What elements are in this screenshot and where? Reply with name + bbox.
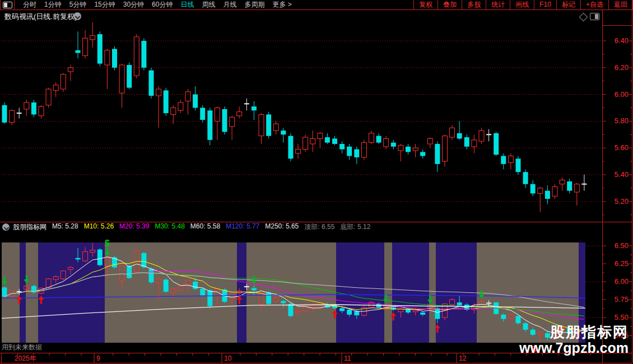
menu-item-4[interactable]: 30分钟 [119, 0, 148, 10]
watermark-url: www.7gpzb.com [519, 340, 629, 356]
menu-item-10[interactable]: 更多 > [268, 0, 295, 10]
menu-item-3[interactable]: 15分钟 [90, 0, 119, 10]
chart-title: 数码视讯(日线.前复权) [4, 12, 77, 22]
indicator-value-1: M10: 5.26 [84, 222, 114, 232]
future-data-warning: 用到未来数据 [2, 343, 42, 352]
tool-menu: 复权叠加多股统计画线F10标记+自选返回 [413, 0, 633, 10]
indicator-value-3: M30: 5.48 [155, 222, 184, 232]
split-screen-icon [3, 2, 12, 8]
svg-text:2025年: 2025年 [15, 354, 36, 362]
svg-text:6.50: 6.50 [615, 241, 629, 250]
tool-menu-item-6[interactable]: 标记 [556, 0, 580, 10]
indicator-source-label: 股朋指标网 [13, 222, 46, 232]
svg-text:5.75: 5.75 [615, 295, 629, 304]
svg-text:10: 10 [224, 354, 232, 362]
indicator-value-7: 顶部: 6.55 [304, 222, 334, 232]
chart-canvas[interactable]: $B6.406.206.005.805.605.405.206.506.256.… [0, 0, 633, 364]
svg-text:12: 12 [459, 354, 467, 362]
indicator-value-4: M60: 5.58 [190, 222, 220, 232]
menu-item-6[interactable]: 日线 [176, 0, 198, 10]
indicator-value-8: 底部: 5.12 [340, 222, 370, 232]
indicator-header: 股朋指标网 M5: 5.28M10: 5.26M20: 5.39M30: 5.4… [0, 223, 633, 231]
period-menubar: 分时1分钟5分钟15分钟30分钟60分钟日线周线月线多周期更多 > 复权叠加多股… [0, 0, 633, 10]
title-dropdown-icon[interactable] [73, 12, 81, 20]
tool-menu-item-0[interactable]: 复权 [413, 0, 437, 10]
indicator-value-6: M250: 5.65 [265, 222, 299, 232]
menu-item-0[interactable]: 分时 [19, 0, 40, 10]
tool-menu-item-1[interactable]: 叠加 [437, 0, 462, 10]
menu-item-5[interactable]: 60分钟 [148, 0, 176, 10]
svg-text:5.80: 5.80 [615, 116, 629, 125]
svg-text:6.00: 6.00 [615, 90, 629, 99]
price-axis: 6.406.206.005.805.605.405.206.506.256.00… [602, 36, 632, 339]
diamond-icon[interactable] [579, 13, 588, 22]
svg-text:5.20: 5.20 [615, 197, 629, 206]
svg-text:9: 9 [96, 354, 100, 362]
title-bar: 数码视讯(日线.前复权) [0, 10, 633, 22]
time-axis: 2025年9101112 [15, 353, 590, 363]
menu-item-7[interactable]: 周线 [198, 0, 219, 10]
svg-text:6.20: 6.20 [615, 63, 629, 72]
indicator-panel-background [2, 242, 585, 343]
svg-text:5.50: 5.50 [615, 313, 629, 321]
svg-text:5.40: 5.40 [615, 170, 629, 179]
menu-item-2[interactable]: 5分钟 [66, 0, 91, 10]
menu-item-8[interactable]: 月线 [219, 0, 240, 10]
indicator-values: M5: 5.28M10: 5.26M20: 5.39M30: 5.48M60: … [52, 222, 376, 232]
watermark: 股朋指标网 www.7gpzb.com [519, 324, 629, 356]
tool-menu-item-3[interactable]: 统计 [486, 0, 510, 10]
dollar-signal: $ [105, 239, 110, 248]
tool-menu-item-7[interactable]: +自选 [580, 0, 608, 10]
tool-menu-item-8[interactable]: 返回 [608, 0, 633, 10]
tool-menu-item-5[interactable]: F10 [534, 0, 556, 10]
svg-text:6.00: 6.00 [615, 277, 629, 286]
watermark-site-name: 股朋指标网 [519, 324, 629, 340]
menu-item-1[interactable]: 1分钟 [40, 0, 66, 10]
indicator-value-5: M120: 5.77 [226, 222, 259, 232]
period-menu: 分时1分钟5分钟15分钟30分钟60分钟日线周线月线多周期更多 > [15, 0, 296, 10]
svg-text:6.25: 6.25 [615, 259, 629, 268]
svg-text:5.60: 5.60 [615, 143, 629, 152]
indicator-dropdown-icon[interactable] [2, 223, 10, 231]
layout-panel-icon[interactable] [590, 13, 599, 20]
indicator-value-2: M20: 5.39 [119, 222, 149, 232]
svg-text:6.40: 6.40 [615, 36, 629, 45]
tool-menu-item-4[interactable]: 画线 [510, 0, 534, 10]
menu-item-9[interactable]: 多周期 [240, 0, 268, 10]
stock-app-window: $B6.406.206.005.805.605.405.206.506.256.… [0, 0, 633, 364]
price-candles [2, 22, 587, 212]
indicator-value-0: M5: 5.28 [52, 222, 78, 232]
split-screen-button[interactable] [0, 0, 15, 10]
svg-text:11: 11 [344, 354, 351, 362]
tool-menu-item-2[interactable]: 多股 [462, 0, 486, 10]
